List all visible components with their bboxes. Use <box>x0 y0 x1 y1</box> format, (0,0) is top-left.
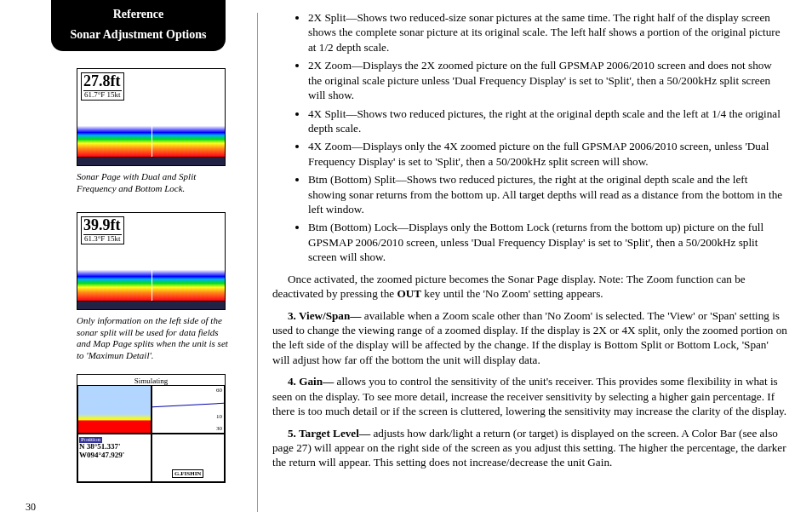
temp-speed: 61.3°F 15kt <box>83 234 122 244</box>
depth-value: 39.9ft <box>83 217 122 234</box>
quad-sonar <box>77 385 152 434</box>
quad-chart: 60 10 30 <box>152 385 226 434</box>
split-line <box>152 213 152 301</box>
item-4-text: allows you to control the sensitivity of… <box>272 375 786 417</box>
figure-3: Simulating 60 10 30 Position N 38°51.337… <box>77 374 226 483</box>
figure-1: 27.8ft 61.7°F 15kt Pointer On | Setup Nu… <box>77 68 226 166</box>
quad-position: Position N 38°51.337' W094°47.929' <box>77 434 152 482</box>
bullet-item: Btm (Bottom) Split—Shows two reduced pic… <box>308 172 787 216</box>
sonar-screenshot-1: 27.8ft 61.7°F 15kt Pointer On | Setup Nu… <box>77 68 226 166</box>
depth-reading-1: 27.8ft 61.7°F 15kt <box>81 72 124 101</box>
item-3: 3. View/Span— available when a Zoom scal… <box>272 308 787 368</box>
item-4-label: 4. Gain— <box>288 375 334 388</box>
depth-reading-2: 39.9ft 61.3°F 15kt <box>81 216 124 244</box>
temp-speed: 61.7°F 15kt <box>83 90 122 100</box>
vertical-divider <box>257 13 258 512</box>
section-header: Reference Sonar Adjustment Options <box>51 0 226 51</box>
header-title-1: Reference <box>56 7 220 22</box>
split-line <box>152 69 152 157</box>
item-3-label: 3. View/Span— <box>288 309 361 322</box>
para-activated: Once activated, the zoomed picture becom… <box>272 272 787 302</box>
left-column: Reference Sonar Adjustment Options 27.8f… <box>26 0 226 483</box>
bullet-item: 4X Zoom—Displays only the 4X zoomed pict… <box>308 139 787 169</box>
simulating-label: Simulating <box>77 377 225 385</box>
sonar-menu-bar: Pointer On | Setup Nudge | Set Up Sonar … <box>77 301 225 309</box>
sonar-menu-bar: Pointer On | Setup Nudge | Set Up Sonar … <box>77 157 225 165</box>
figure-2: 39.9ft 61.3°F 15kt Pointer On | Setup Nu… <box>77 212 226 310</box>
gfishin-label: G.FISHIN <box>172 469 203 478</box>
item-5: 5. Target Level— adjusts how dark/light … <box>272 426 787 470</box>
quad-grid: 60 10 30 Position N 38°51.337' W094°47.9… <box>77 385 225 482</box>
lon: W094°47.929' <box>79 451 124 459</box>
header-title-2: Sonar Adjustment Options <box>56 27 220 43</box>
bullet-item: Btm (Bottom) Lock—Displays only the Bott… <box>308 220 787 264</box>
figure-1-caption: Sonar Page with Dual and Split Frequency… <box>77 171 230 195</box>
main-content: 2X Split—Shows two reduced-size sonar pi… <box>272 10 787 477</box>
quad-compass: G.FISHIN <box>152 434 226 482</box>
bullet-item: 4X Split—Shows two reduced pictures, the… <box>308 106 787 136</box>
quad-screenshot: Simulating 60 10 30 Position N 38°51.337… <box>77 374 226 483</box>
bullet-item: 2X Split—Shows two reduced-size sonar pi… <box>308 10 787 55</box>
out-key: OUT <box>397 287 421 300</box>
para-text: key until the 'No Zoom' setting appears. <box>421 287 603 300</box>
bullet-list: 2X Split—Shows two reduced-size sonar pi… <box>272 10 787 265</box>
figure-2-caption: Only information on the left side of the… <box>77 315 230 362</box>
page-number: 30 <box>26 501 36 514</box>
bullet-item: 2X Zoom—Displays the 2X zoomed picture o… <box>308 58 787 102</box>
depth-value: 27.8ft <box>83 73 122 90</box>
sonar-screenshot-2: 39.9ft 61.3°F 15kt Pointer On | Setup Nu… <box>77 212 226 310</box>
item-4: 4. Gain— allows you to control the sensi… <box>272 374 787 418</box>
item-5-label: 5. Target Level— <box>288 427 370 440</box>
